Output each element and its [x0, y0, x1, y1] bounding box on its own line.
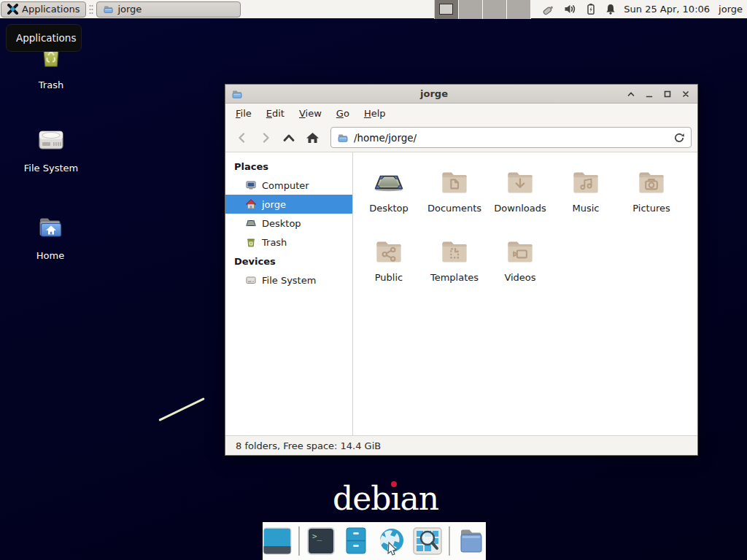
- pictures-folder-icon: [633, 164, 670, 201]
- panel-clock[interactable]: Sun 25 Apr, 10:06: [624, 4, 710, 15]
- path-bar[interactable]: /home/jorge/: [330, 127, 692, 148]
- videos-folder-icon: [502, 233, 538, 270]
- volume-icon[interactable]: [564, 3, 577, 15]
- menu-help[interactable]: Help: [357, 105, 393, 122]
- statusbar: 8 folders, Free space: 14.4 GiB: [225, 435, 697, 455]
- desktop-icon-label: File System: [16, 163, 86, 174]
- system-tray: [541, 3, 616, 16]
- share-folder-icon: [371, 233, 407, 270]
- applications-menu-button[interactable]: Applications: [1, 1, 86, 18]
- menu-go[interactable]: Go: [329, 105, 357, 122]
- file-item-label: Videos: [487, 272, 553, 283]
- workspace-1[interactable]: [435, 0, 459, 19]
- tooltip-text: Applications: [16, 32, 76, 44]
- file-item-videos[interactable]: Videos: [487, 233, 553, 303]
- terminal-icon[interactable]: >_: [306, 526, 336, 556]
- sidebar-item-trash[interactable]: Trash: [225, 233, 352, 252]
- sidebar-item-label: File System: [262, 275, 316, 286]
- battery-charging-icon[interactable]: [585, 3, 597, 15]
- dock-separator: [449, 526, 450, 556]
- top-panel: Applications jorge: [0, 0, 747, 19]
- desktop-icon-label: Home: [15, 250, 85, 261]
- file-item-label: Desktop: [356, 203, 422, 214]
- diagonal-line-artifact: [158, 397, 204, 421]
- desktop-small-icon: [245, 217, 257, 229]
- sidebar: Places Computer jorge: [225, 152, 353, 435]
- file-item-documents[interactable]: Documents: [422, 164, 487, 233]
- forward-button[interactable]: [255, 127, 276, 149]
- sidebar-item-label: Desktop: [262, 218, 301, 229]
- dock-separator: [298, 526, 300, 556]
- file-item-label: Templates: [422, 272, 487, 283]
- window-folder-icon: [231, 88, 243, 100]
- minimize-button[interactable]: [643, 88, 655, 100]
- document-folder-icon: [436, 164, 473, 201]
- notifications-bell-icon[interactable]: [605, 3, 616, 15]
- home-folder-icon: [31, 210, 69, 246]
- folder-icon: [103, 4, 114, 15]
- sidebar-places-header: Places: [225, 157, 352, 176]
- file-item-pictures[interactable]: Pictures: [619, 164, 684, 233]
- window-titlebar[interactable]: jorge: [225, 85, 697, 104]
- sidebar-item-computer[interactable]: Computer: [225, 176, 352, 195]
- taskbar-window-button[interactable]: jorge: [96, 1, 241, 18]
- file-item-label: Documents: [422, 203, 487, 214]
- download-folder-icon: [502, 164, 538, 201]
- menubar: File Edit View Go Help: [225, 104, 697, 123]
- computer-icon: [245, 179, 257, 191]
- path-input[interactable]: /home/jorge/: [354, 132, 668, 144]
- trash-small-icon: [245, 236, 257, 248]
- shade-button[interactable]: [625, 88, 637, 100]
- workspace-4[interactable]: [507, 0, 531, 19]
- show-desktop-icon[interactable]: [263, 526, 292, 556]
- panel-drag-handle[interactable]: [88, 3, 94, 16]
- applications-tooltip: Applications: [6, 24, 82, 52]
- desktop-icon-file-system[interactable]: File System: [16, 122, 86, 174]
- close-button[interactable]: [680, 88, 692, 100]
- xfce-logo-icon: [7, 4, 18, 15]
- file-item-label: Pictures: [619, 203, 684, 214]
- applications-menu-label: Applications: [22, 4, 80, 15]
- home-icon: [245, 198, 257, 210]
- file-item-downloads[interactable]: Downloads: [487, 164, 553, 233]
- file-item-music[interactable]: Music: [553, 164, 619, 233]
- window-title: jorge: [243, 88, 625, 99]
- workspace-2[interactable]: [459, 0, 483, 19]
- panel-username[interactable]: jorge: [719, 4, 743, 15]
- back-button[interactable]: [231, 127, 253, 149]
- file-view[interactable]: Desktop Documents: [353, 152, 697, 435]
- file-item-label: Music: [553, 203, 619, 214]
- sidebar-item-label: jorge: [262, 199, 286, 210]
- directory-menu-icon[interactable]: [457, 526, 486, 556]
- desktop-icon-label: Trash: [16, 79, 86, 90]
- file-manager-icon[interactable]: [342, 526, 371, 556]
- home-button[interactable]: [301, 127, 323, 149]
- device-tray-icon[interactable]: [541, 3, 556, 16]
- sidebar-item-file-system[interactable]: File System: [225, 271, 352, 289]
- maximize-button[interactable]: [662, 88, 673, 100]
- svg-text:>_: >_: [312, 532, 322, 541]
- web-browser-icon[interactable]: [377, 526, 406, 556]
- desktop-icon-home[interactable]: Home: [15, 210, 85, 261]
- file-manager-window: jorge File Edit View Go Help: [225, 84, 698, 456]
- workspace-switcher[interactable]: [434, 0, 531, 19]
- menu-view[interactable]: View: [292, 105, 329, 122]
- menu-edit[interactable]: Edit: [259, 105, 292, 122]
- sidebar-item-label: Trash: [262, 237, 287, 248]
- file-item-desktop[interactable]: Desktop: [356, 164, 422, 233]
- workspace-3[interactable]: [483, 0, 507, 19]
- menu-file[interactable]: File: [228, 105, 259, 122]
- drive-small-icon: [245, 274, 257, 286]
- file-item-public[interactable]: Public: [356, 233, 422, 303]
- desktop-icon: [371, 164, 407, 201]
- reload-icon[interactable]: [673, 132, 685, 144]
- sidebar-item-label: Computer: [262, 180, 309, 191]
- sidebar-item-jorge[interactable]: jorge: [225, 195, 352, 214]
- sidebar-item-desktop[interactable]: Desktop: [225, 214, 352, 233]
- up-button[interactable]: [278, 127, 300, 149]
- debian-wordmark: debıan: [333, 480, 438, 517]
- application-finder-icon[interactable]: [413, 526, 442, 556]
- path-folder-icon: [337, 132, 349, 144]
- file-item-templates[interactable]: Templates: [422, 233, 487, 303]
- status-text: 8 folders, Free space: 14.4 GiB: [236, 440, 381, 451]
